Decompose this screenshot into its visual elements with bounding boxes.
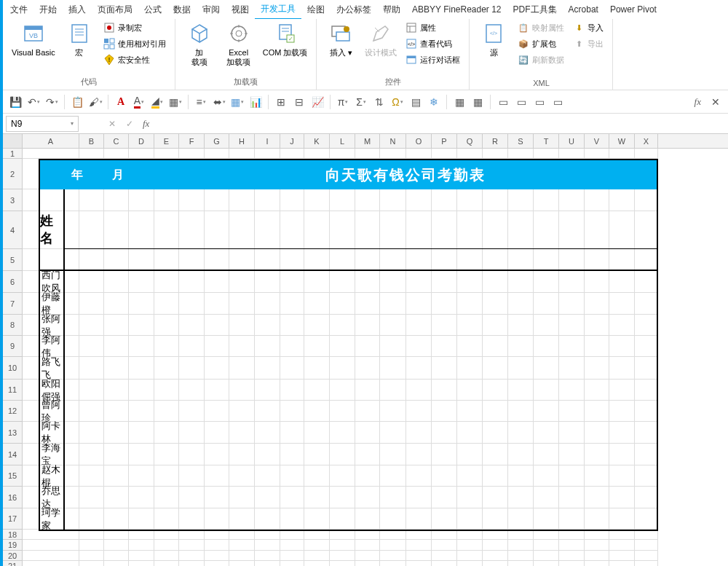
cell-E18[interactable]	[154, 530, 179, 540]
view-code-button[interactable]: </>查看代码	[403, 36, 463, 51]
cell-R5[interactable]	[483, 249, 508, 271]
run-dialog-button[interactable]: 运行对话框	[403, 52, 463, 67]
cell-C19[interactable]	[104, 540, 129, 551]
cell-J1[interactable]	[280, 149, 304, 159]
fx-icon[interactable]: fx	[690, 96, 705, 108]
cell-N11[interactable]	[380, 380, 406, 401]
cell-V14[interactable]	[585, 444, 609, 465]
align-icon[interactable]: ≡	[193, 94, 209, 110]
cell-Q7[interactable]	[457, 293, 483, 315]
cell-D2[interactable]	[129, 159, 154, 189]
cell-U19[interactable]	[559, 540, 585, 551]
row-header-10[interactable]: 10	[3, 357, 22, 380]
cell-D8[interactable]	[129, 315, 154, 336]
cell-R18[interactable]	[483, 530, 508, 540]
col-header-V[interactable]: V	[585, 134, 609, 148]
cell-M12[interactable]	[355, 401, 380, 422]
cell-H11[interactable]	[229, 380, 255, 401]
cell-V18[interactable]	[585, 530, 609, 540]
cell-P18[interactable]	[432, 530, 457, 540]
cell-S6[interactable]	[508, 271, 534, 293]
cell-N2[interactable]	[380, 159, 406, 189]
cell-D16[interactable]	[129, 487, 154, 508]
cell-L13[interactable]	[330, 422, 355, 444]
cell-X13[interactable]	[635, 422, 658, 444]
cell-I13[interactable]	[255, 422, 280, 444]
insert-cells-icon[interactable]: ⊞	[273, 94, 289, 110]
cell-X1[interactable]	[635, 149, 658, 159]
cell-B7[interactable]	[79, 293, 104, 315]
cell-K20[interactable]	[304, 551, 330, 561]
cell-D10[interactable]	[129, 357, 154, 380]
cell-H1[interactable]	[229, 149, 255, 159]
cell-O21[interactable]	[406, 561, 432, 566]
formula-input[interactable]	[154, 116, 728, 132]
col-header-L[interactable]: L	[330, 134, 355, 148]
cell-P16[interactable]	[432, 487, 457, 508]
cell-B12[interactable]	[79, 401, 104, 422]
cell-R10[interactable]	[483, 357, 508, 380]
cancel-formula-icon[interactable]: ✕	[103, 116, 121, 132]
cell-S9[interactable]	[508, 336, 534, 357]
cell-R7[interactable]	[483, 293, 508, 315]
cell-S18[interactable]	[508, 530, 534, 540]
cell-E19[interactable]	[154, 540, 179, 551]
cell-B16[interactable]	[79, 487, 104, 508]
cell-B6[interactable]	[79, 271, 104, 293]
cell-E13[interactable]	[154, 422, 179, 444]
cell-P15[interactable]	[432, 465, 457, 487]
cell-H2[interactable]	[229, 159, 255, 189]
cell-C5[interactable]	[104, 249, 129, 271]
cell-B15[interactable]	[79, 465, 104, 487]
cell-S4[interactable]	[508, 211, 534, 249]
cell-Q13[interactable]	[457, 422, 483, 444]
col-header-N[interactable]: N	[380, 134, 406, 148]
cell-M6[interactable]	[355, 271, 380, 293]
cell-D12[interactable]	[129, 401, 154, 422]
cell-F10[interactable]	[179, 357, 205, 380]
cell-T4[interactable]	[534, 211, 559, 249]
cell-O19[interactable]	[406, 540, 432, 551]
cell-C7[interactable]	[104, 293, 129, 315]
cell-K13[interactable]	[304, 422, 330, 444]
cell-N19[interactable]	[380, 540, 406, 551]
cell-E17[interactable]	[154, 508, 179, 530]
menu-数据[interactable]: 数据	[167, 1, 197, 19]
cell-H6[interactable]	[229, 271, 255, 293]
cell-I8[interactable]	[255, 315, 280, 336]
cell-J20[interactable]	[280, 551, 304, 561]
cell-O18[interactable]	[406, 530, 432, 540]
name-box[interactable]: N9	[6, 116, 79, 132]
cell-G7[interactable]	[205, 293, 229, 315]
cell-G16[interactable]	[205, 487, 229, 508]
enter-formula-icon[interactable]: ✓	[121, 116, 138, 132]
menu-PDF工具集[interactable]: PDF工具集	[507, 1, 563, 19]
cell-T3[interactable]	[534, 189, 559, 211]
cell-G20[interactable]	[205, 551, 229, 561]
xml-source-button[interactable]: </> 源	[475, 20, 512, 77]
cell-T18[interactable]	[534, 530, 559, 540]
menu-开始[interactable]: 开始	[33, 1, 63, 19]
cell-X12[interactable]	[635, 401, 658, 422]
import-button[interactable]: ⬇导入	[570, 20, 606, 35]
cell-I20[interactable]	[255, 551, 280, 561]
cell-W7[interactable]	[609, 293, 635, 315]
row-header-8[interactable]: 8	[3, 315, 22, 336]
cell-T15[interactable]	[534, 465, 559, 487]
cell-Q6[interactable]	[457, 271, 483, 293]
cell-I6[interactable]	[255, 271, 280, 293]
cell-Q8[interactable]	[457, 315, 483, 336]
cell-S7[interactable]	[508, 293, 534, 315]
cell-M17[interactable]	[355, 508, 380, 530]
cell-W15[interactable]	[609, 465, 635, 487]
cell-T1[interactable]	[534, 149, 559, 159]
row-header-9[interactable]: 9	[3, 336, 22, 357]
cell-D7[interactable]	[129, 293, 154, 315]
menu-绘图[interactable]: 绘图	[301, 1, 331, 19]
cell-J3[interactable]	[280, 189, 304, 211]
cell-T19[interactable]	[534, 540, 559, 551]
row-header-17[interactable]: 17	[3, 508, 22, 530]
cell-D1[interactable]	[129, 149, 154, 159]
cell-P17[interactable]	[432, 508, 457, 530]
cell-V12[interactable]	[585, 401, 609, 422]
